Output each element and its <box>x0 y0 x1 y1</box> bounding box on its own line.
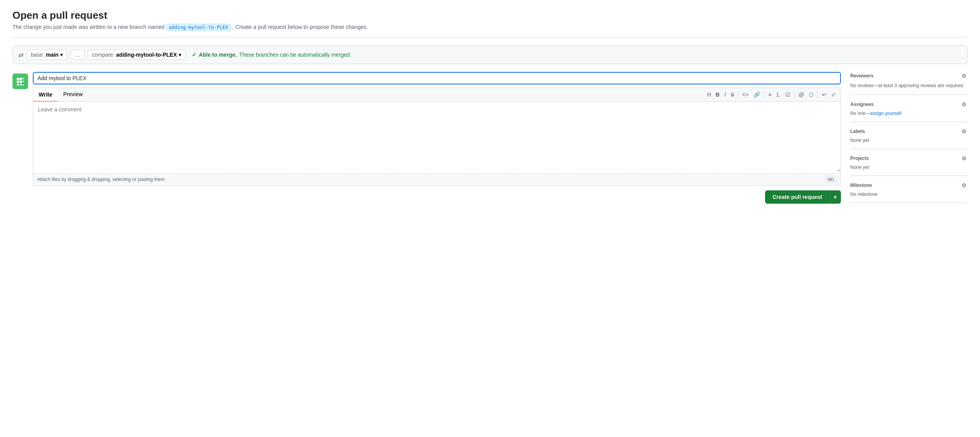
gear-icon: ⚙ <box>962 182 967 188</box>
projects-gear-button[interactable]: ⚙ <box>961 154 967 162</box>
toolbar-separator-4 <box>817 91 818 98</box>
base-branch-name: main <box>46 52 59 58</box>
page-subtitle: The change you just made was written to … <box>13 24 967 38</box>
compare-icon: ⇄ <box>18 51 23 59</box>
avatar <box>13 73 28 89</box>
sidebar-section-projects: Projects ⚙ None yet <box>850 149 967 176</box>
editor-tabs-row: Write Preview H B I S̶ <> 🔗 ≡ 1. <box>33 88 841 102</box>
chevron-down-icon: ▾ <box>834 194 837 200</box>
tab-preview[interactable]: Preview <box>58 88 88 101</box>
toolbar-bold[interactable]: B <box>714 91 721 99</box>
assignees-none: No one <box>850 111 866 116</box>
tab-write[interactable]: Write <box>33 88 58 102</box>
subtitle-suffix: . Create a pull request below to propose… <box>232 24 368 30</box>
compare-branch-selector[interactable]: compare: adding-mytool-to-PLEX ▾ <box>88 50 186 60</box>
toolbar-heading[interactable]: H <box>705 91 712 99</box>
branch-bar: ⇄ base: main ▾ … compare: adding-mytool-… <box>13 45 967 64</box>
toolbar-italic[interactable]: I <box>723 91 728 99</box>
reviewers-header: Reviewers ⚙ <box>850 72 967 80</box>
sidebar-section-assignees: Assignees ⚙ No one—assign yourself <box>850 95 967 122</box>
gear-icon: ⚙ <box>962 155 967 161</box>
attach-text: Attach files by dragging & dropping, sel… <box>37 177 166 182</box>
sidebar-section-labels: Labels ⚙ None yet <box>850 122 967 149</box>
gear-icon: ⚙ <box>962 128 967 134</box>
gear-icon: ⚙ <box>962 101 967 107</box>
milestone-value: No milestone <box>850 192 967 197</box>
labels-header: Labels ⚙ <box>850 127 967 135</box>
chevron-down-icon: ▾ <box>179 52 181 58</box>
arrow-icon: … <box>75 52 80 58</box>
new-branch-tag: adding-mytool-to-PLEX <box>166 24 231 31</box>
sidebar-section-reviewers: Reviewers ⚙ No reviews—at least 0 approv… <box>850 72 967 95</box>
milestone-gear-button[interactable]: ⚙ <box>961 181 967 189</box>
editor-toolbar: H B I S̶ <> 🔗 ≡ 1. ☑ @ ⬡ <box>702 89 841 100</box>
pr-title-input[interactable] <box>33 72 841 84</box>
base-branch-selector[interactable]: base: main ▾ <box>27 50 67 60</box>
labels-title: Labels <box>850 129 865 134</box>
gear-icon: ⚙ <box>962 73 967 79</box>
toolbar-task-list[interactable]: ☑ <box>784 91 792 99</box>
labels-value: None yet <box>850 138 967 143</box>
toolbar-mention[interactable]: @ <box>797 91 806 99</box>
check-icon: ✓ <box>192 52 197 58</box>
create-pull-request-dropdown[interactable]: ▾ <box>830 190 841 204</box>
assign-yourself-link[interactable]: assign yourself <box>870 111 901 116</box>
projects-header: Projects ⚙ <box>850 154 967 162</box>
form-actions: Create pull request ▾ <box>33 190 841 204</box>
merge-status: ✓ Able to merge. These branches can be a… <box>192 52 351 58</box>
assignees-gear-button[interactable]: ⚙ <box>961 100 967 108</box>
toolbar-code[interactable]: <> <box>741 91 750 99</box>
main-layout: Write Preview H B I S̶ <> 🔗 ≡ 1. <box>13 72 967 204</box>
reviewers-gear-button[interactable]: ⚙ <box>961 72 967 80</box>
merge-status-text: These branches can be automatically merg… <box>239 52 351 58</box>
create-pull-request-button[interactable]: Create pull request <box>765 190 830 204</box>
sidebar-section-milestone: Milestone ⚙ No milestone <box>850 176 967 203</box>
toolbar-undo[interactable]: ↩ <box>820 91 828 99</box>
pr-form: Write Preview H B I S̶ <> 🔗 ≡ 1. <box>33 72 841 204</box>
subtitle-prefix: The change you just made was written to … <box>13 24 165 30</box>
toolbar-separator-2 <box>764 91 764 98</box>
editor-tabs-left: Write Preview <box>33 88 88 101</box>
toolbar-separator-1 <box>738 91 739 98</box>
merge-status-bold: Able to merge. <box>199 52 237 58</box>
milestone-title: Milestone <box>850 183 872 188</box>
compare-branch-name: adding-mytool-to-PLEX <box>116 52 177 58</box>
page-title: Open a pull request <box>13 9 967 21</box>
base-label: base: <box>31 52 44 58</box>
reviewers-value: No reviews—at least 0 approving reviews … <box>850 82 967 89</box>
toolbar-strikethrough[interactable]: S̶ <box>729 91 736 99</box>
assignees-title: Assignees <box>850 102 874 107</box>
markdown-icon: MD <box>825 176 837 183</box>
assignees-dash: — <box>866 111 870 116</box>
projects-title: Projects <box>850 156 869 161</box>
chevron-down-icon: ▾ <box>60 52 63 58</box>
left-column: Write Preview H B I S̶ <> 🔗 ≡ 1. <box>13 72 841 204</box>
right-sidebar: Reviewers ⚙ No reviews—at least 0 approv… <box>850 72 967 203</box>
comment-textarea[interactable] <box>33 102 841 172</box>
avatar-icon <box>16 77 25 86</box>
milestone-header: Milestone ⚙ <box>850 181 967 189</box>
reviewers-title: Reviewers <box>850 73 873 79</box>
toolbar-unordered-list[interactable]: ≡ <box>767 91 773 99</box>
toolbar-ordered-list[interactable]: 1. <box>774 91 782 99</box>
projects-value: None yet <box>850 165 967 170</box>
toolbar-link[interactable]: 🔗 <box>752 91 762 99</box>
compare-label: compare: <box>92 52 114 58</box>
labels-gear-button[interactable]: ⚙ <box>961 127 967 135</box>
toolbar-reference[interactable]: ⬡ <box>807 91 815 99</box>
toolbar-fullscreen[interactable]: ⤢ <box>830 91 837 99</box>
assignees-header: Assignees ⚙ <box>850 100 967 108</box>
assignees-value: No one—assign yourself <box>850 111 967 116</box>
swap-branches-button[interactable]: … <box>70 50 84 60</box>
toolbar-separator-3 <box>794 91 795 98</box>
editor-container: Write Preview H B I S̶ <> 🔗 ≡ 1. <box>33 88 841 186</box>
attach-area: Attach files by dragging & dropping, sel… <box>33 173 841 185</box>
